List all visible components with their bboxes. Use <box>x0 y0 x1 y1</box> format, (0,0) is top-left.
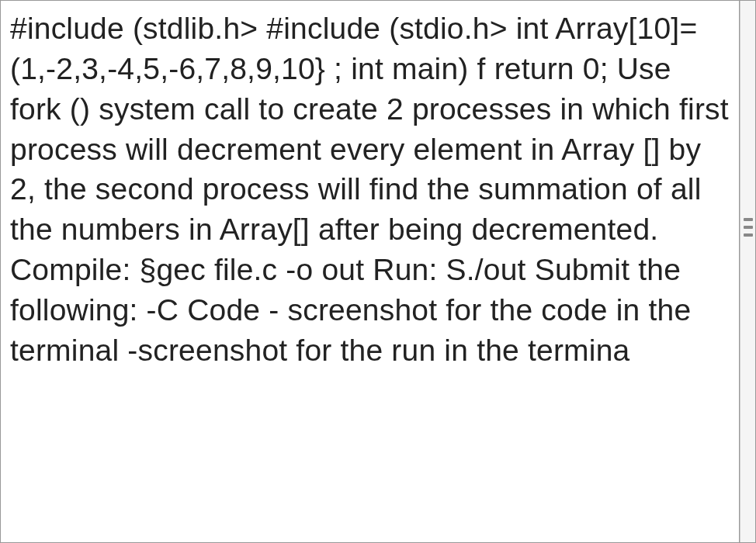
document-body: #include (stdlib.h> #include (stdio.h> i… <box>10 9 730 371</box>
text-content-area: #include (stdlib.h> #include (stdio.h> i… <box>1 1 740 542</box>
window-frame: #include (stdlib.h> #include (stdio.h> i… <box>0 0 756 543</box>
scrollbar-indicators <box>744 218 753 237</box>
scrollbar-mark-icon <box>744 226 753 229</box>
scrollbar-mark-icon <box>744 233 753 237</box>
vertical-scrollbar[interactable] <box>740 1 755 542</box>
scrollbar-mark-icon <box>744 218 753 221</box>
